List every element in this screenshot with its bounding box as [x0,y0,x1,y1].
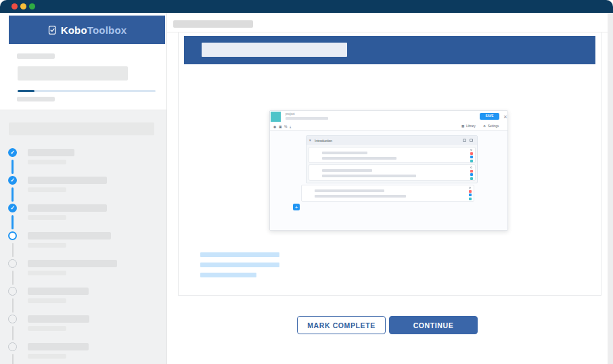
lesson-step-list: ✓✓✓ [0,148,166,364]
lesson-link-placeholder[interactable] [200,263,279,267]
question-label-skeleton [322,169,372,172]
close-window-button[interactable] [12,3,18,9]
scrollbar[interactable] [608,13,613,364]
circle-icon [8,315,17,323]
formbuilder-canvas: ▾ Introduction + [270,131,507,231]
settings-gear-icon: ⚙ [483,124,486,129]
step-title-skeleton [28,288,89,295]
gear-icon [470,139,473,142]
lesson-card: project SAVE ✕ ◉ ▣ % ⤓ ▦ Library ⚙ Setti… [178,32,601,296]
save-button: SAVE [480,113,499,120]
question-label-skeleton [315,189,384,192]
check-circle-icon: ✓ [8,148,17,157]
step-connector [12,187,14,202]
step-connector [12,271,14,285]
step-title-skeleton [28,204,107,212]
lesson-step-2-completed[interactable]: ✓ [0,176,166,204]
lesson-step-7-upcoming[interactable] [0,315,166,342]
lesson-title-banner [184,36,595,64]
layout-icon: ▣ [279,124,282,129]
lesson-actions: MARK COMPLETE CONTINUE [167,316,608,334]
question-hint-skeleton [322,175,416,177]
lesson-title-skeleton [202,43,347,57]
library-icon: ▦ [461,124,464,129]
step-subtitle-skeleton [28,187,66,192]
question-add-to-library-icon [470,160,473,162]
lesson-link-placeholder[interactable] [200,273,256,277]
circle-icon [8,342,17,351]
step-connector [12,326,14,340]
question-settings-icon [470,149,472,151]
group-header: ▾ Introduction [306,136,477,145]
question-delete-icon [470,170,473,173]
question-label-skeleton [322,152,367,154]
check-circle-icon: ✓ [8,204,17,212]
formbuilder-toolbar: ◉ ▣ % ⤓ ▦ Library ⚙ Settings [270,122,507,131]
question-action-icons [469,187,472,200]
progress-label-skeleton [17,97,55,101]
step-subtitle-skeleton [28,271,66,275]
step-title-skeleton [28,260,117,267]
question-card [301,185,474,202]
mark-complete-button[interactable]: MARK COMPLETE [297,316,386,334]
course-progress-fill [18,90,35,92]
form-title: project [286,112,295,116]
step-connector [12,243,14,257]
lesson-step-3-completed[interactable]: ✓ [0,204,166,231]
kobotoolbox-logo-icon [47,25,58,35]
formbuilder-screenshot: project SAVE ✕ ◉ ▣ % ⤓ ▦ Library ⚙ Setti… [269,110,508,231]
course-title-skeleton [18,66,128,81]
zoom-window-button[interactable] [29,3,35,9]
add-question-button: + [293,204,300,210]
question-settings-icon [469,187,471,189]
lesson-link-placeholder[interactable] [200,252,279,257]
trash-icon [463,139,466,142]
form-subtitle-skeleton [286,117,328,120]
circle-icon [8,259,17,268]
step-title-skeleton [28,343,89,350]
course-progress-bar [18,90,156,92]
step-subtitle-skeleton [28,326,66,331]
form-icon [271,112,281,122]
kobotoolbox-logo: KoboToolbox [9,16,165,44]
lesson-step-4-current[interactable] [0,231,166,259]
library-label: Library [466,124,476,129]
lesson-step-8-upcoming[interactable] [0,342,166,364]
step-subtitle-skeleton [28,354,66,359]
lesson-step-6-upcoming[interactable] [0,287,166,315]
step-subtitle-skeleton [28,160,66,164]
question-hint-skeleton [322,157,396,160]
question-duplicate-icon [470,173,473,176]
question-add-to-library-icon [470,177,473,180]
step-title-skeleton [28,149,74,156]
step-connector [12,160,14,174]
lesson-main-area: project SAVE ✕ ◉ ▣ % ⤓ ▦ Library ⚙ Setti… [167,13,613,364]
question-group: ▾ Introduction [306,135,478,183]
question-add-to-library-icon [469,198,472,200]
breadcrumb-bar [167,13,613,32]
step-subtitle-skeleton [28,215,66,220]
continue-button[interactable]: CONTINUE [389,316,478,334]
circle-icon [8,287,17,296]
course-sidebar: KoboToolbox ✓✓✓ [0,13,167,364]
question-delete-icon [469,190,472,193]
minimize-window-button[interactable] [20,3,26,9]
step-title-skeleton [28,232,111,240]
step-connector [12,354,14,364]
question-card [309,147,476,163]
lesson-step-5-upcoming[interactable] [0,259,166,287]
step-connector [12,298,14,313]
question-hint-skeleton [315,195,406,198]
step-subtitle-skeleton [28,298,66,303]
close-icon: ✕ [503,114,507,119]
lesson-step-1-completed[interactable]: ✓ [0,148,166,176]
sidebar-header-panel: KoboToolbox [0,13,166,110]
question-card [309,164,476,181]
step-connector [12,215,14,229]
step-title-skeleton [28,177,107,184]
step-title-skeleton [28,315,89,323]
section-header-skeleton [9,122,154,135]
question-action-icons [470,166,473,180]
course-label-skeleton [17,53,55,59]
breadcrumb-skeleton [173,20,253,28]
